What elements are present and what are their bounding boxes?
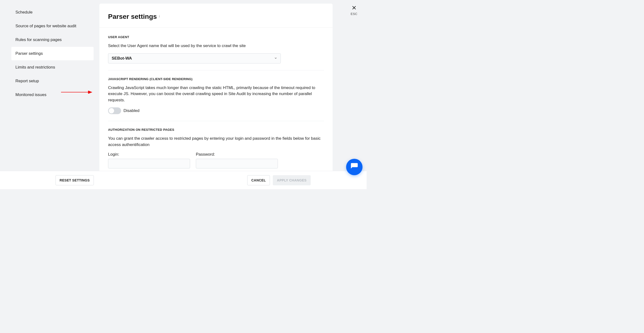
sidebar-item-monitored-issues[interactable]: Monitored issues	[11, 88, 94, 102]
sidebar-item-source-pages[interactable]: Source of pages for website audit	[11, 19, 94, 33]
js-toggle-label: Disabled	[124, 108, 140, 113]
footer-left: RESET SETTINGS	[56, 175, 94, 185]
sidebar-item-limits[interactable]: Limits and restrictions	[11, 61, 94, 74]
password-field-group: Password:	[196, 152, 278, 168]
section-js-rendering: JAVASCRIPT RENDERING (CLIENT-SIDE RENDER…	[108, 77, 324, 121]
user-agent-selected-value: SEBot-WA	[112, 56, 132, 61]
close-icon	[352, 5, 356, 11]
footer-bar: RESET SETTINGS CANCEL APPLY CHANGES	[0, 171, 366, 189]
login-input[interactable]	[108, 159, 190, 168]
close-label: ESC	[351, 12, 358, 16]
login-label: Login:	[108, 152, 190, 157]
password-input[interactable]	[196, 159, 278, 168]
chat-icon	[350, 162, 358, 172]
section-label-js: JAVASCRIPT RENDERING (CLIENT-SIDE RENDER…	[108, 77, 324, 81]
page-title: Parser settings	[108, 13, 157, 20]
user-agent-select[interactable]: SEBot-WA	[108, 53, 281, 64]
content-panel: Parser settings i USER AGENT Select the …	[99, 4, 332, 177]
section-desc-js: Crawling JavaScript takes much longer th…	[108, 85, 324, 103]
content-sections: USER AGENT Select the User Agent name th…	[99, 28, 332, 177]
section-authorization: AUTHORIZATION ON RESTRICTED PAGES You ca…	[108, 128, 324, 168]
cancel-button[interactable]: CANCEL	[247, 175, 270, 185]
footer-right: CANCEL APPLY CHANGES	[247, 175, 311, 185]
sidebar-item-scan-rules[interactable]: Rules for scanning pages	[11, 33, 94, 47]
sidebar-item-parser-settings[interactable]: Parser settings	[11, 47, 94, 60]
apply-changes-button[interactable]: APPLY CHANGES	[273, 175, 311, 185]
settings-sidebar: Schedule Source of pages for website aud…	[11, 4, 94, 177]
section-desc-auth: You can grant the crawler access to rest…	[108, 135, 324, 148]
chevron-down-icon	[274, 56, 277, 61]
chat-widget-button[interactable]	[346, 159, 362, 175]
close-button[interactable]: ESC	[351, 5, 358, 16]
js-toggle-row: Disabled	[108, 107, 324, 114]
js-rendering-toggle[interactable]	[108, 107, 121, 114]
toggle-knob	[109, 108, 114, 113]
info-icon[interactable]: i	[159, 15, 160, 18]
sidebar-item-report-setup[interactable]: Report setup	[11, 74, 94, 88]
login-field-group: Login:	[108, 152, 190, 168]
section-user-agent: USER AGENT Select the User Agent name th…	[108, 35, 324, 71]
section-label-user-agent: USER AGENT	[108, 35, 324, 39]
content-header: Parser settings i	[99, 4, 332, 28]
section-label-auth: AUTHORIZATION ON RESTRICTED PAGES	[108, 128, 324, 132]
reset-settings-button[interactable]: RESET SETTINGS	[56, 175, 94, 185]
password-label: Password:	[196, 152, 278, 157]
modal-body: Schedule Source of pages for website aud…	[11, 4, 332, 177]
section-desc-user-agent: Select the User Agent name that will be …	[108, 43, 324, 49]
settings-modal: Schedule Source of pages for website aud…	[11, 4, 332, 177]
sidebar-item-schedule[interactable]: Schedule	[11, 6, 94, 19]
auth-fields: Login: Password:	[108, 152, 324, 168]
